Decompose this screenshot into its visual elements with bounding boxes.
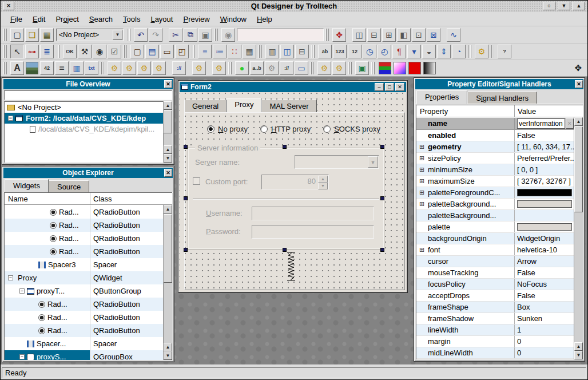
add-spacer-icon[interactable]: ∿	[447, 28, 460, 42]
column-class[interactable]: Class	[90, 195, 172, 203]
selection-handle[interactable]	[380, 196, 384, 200]
spin-box-icon[interactable]: 123	[333, 45, 347, 58]
menu-project[interactable]: Project	[50, 14, 84, 25]
scroll-up-icon[interactable]: ▲	[164, 343, 172, 351]
toolbar-handle[interactable]	[214, 29, 219, 41]
color-red-icon[interactable]	[408, 62, 421, 74]
server-information-groupbox[interactable]: Server information Server name: ▼ Custom…	[188, 148, 384, 250]
redo-icon[interactable]: ↷	[149, 28, 162, 42]
project-combobox[interactable]: <No Project> ▼	[56, 29, 124, 41]
cut-icon[interactable]: ✂	[169, 28, 182, 42]
scroll-bar-icon[interactable]: ⇕	[437, 45, 451, 58]
group-box-icon[interactable]: ▢	[130, 45, 144, 58]
property-row[interactable]: ⊞ paletteForegroundC...	[416, 187, 574, 199]
scrollbar-thumb[interactable]	[574, 126, 583, 212]
close-icon[interactable]: ✕	[164, 80, 172, 88]
text-edit-icon[interactable]: ¶	[392, 45, 406, 58]
slider-icon[interactable]: ◒	[422, 45, 436, 58]
date-time-edit-icon[interactable]: ◴	[378, 45, 391, 58]
column-name[interactable]: Name	[5, 193, 90, 204]
property-row[interactable]: margin 0	[416, 336, 574, 347]
radio-button-icon[interactable]: ◉	[93, 45, 106, 58]
tab-widget-icon[interactable]: ◰	[175, 45, 189, 58]
table-row[interactable]: − Proxy QWidget	[5, 271, 163, 284]
tree-expander-icon[interactable]: −	[8, 275, 13, 280]
menu-preview[interactable]: Preview	[178, 14, 214, 25]
table-row[interactable]: Spacer3 Spacer	[5, 258, 163, 271]
menu-search[interactable]: Search	[84, 14, 118, 25]
connect-signals-icon[interactable]: ⊶	[25, 45, 39, 58]
scroll-up-icon[interactable]: ▲	[164, 205, 172, 213]
property-row[interactable]: enabled False	[416, 130, 574, 141]
property-row[interactable]: ⊞ sizePolicy Preferred/Prefer...	[416, 153, 574, 164]
file-overview-titlebar[interactable]: File Overview ✕	[3, 79, 173, 89]
text-label-icon[interactable]: A	[10, 61, 24, 75]
table-row[interactable]: Rad... QRadioButton	[5, 298, 163, 311]
vertical-spacer-spring[interactable]	[286, 251, 296, 287]
custom-widget-icon[interactable]: ⚙	[475, 45, 488, 58]
window-shade-button[interactable]: ○	[543, 2, 555, 10]
icon-view-icon[interactable]: ∷	[228, 45, 241, 58]
maximize-icon[interactable]: □	[385, 83, 394, 91]
open-folder-icon[interactable]: ❏	[25, 28, 39, 42]
custom-port-checkbox[interactable]	[193, 177, 200, 185]
scrollbar-thumb[interactable]	[164, 110, 172, 133]
color-gradient-icon[interactable]	[423, 62, 436, 74]
expand-icon[interactable]: ⊞	[419, 201, 426, 207]
undo-icon[interactable]: ↶	[134, 28, 148, 42]
scrollbar-thumb[interactable]	[164, 214, 172, 283]
table-row[interactable]: Rad... QRadioButton	[5, 205, 163, 219]
push-button-icon[interactable]: OK	[63, 45, 77, 58]
form-tab[interactable]: General	[184, 100, 227, 112]
kde-password-widget-icon[interactable]: ⚙	[137, 61, 151, 75]
property-row[interactable]: lineWidth 1	[416, 324, 574, 336]
reset-icon[interactable]: ✕	[566, 118, 574, 129]
property-editor-titlebar[interactable]: Property Editor/Signal Handlers ✕	[415, 79, 583, 89]
property-row[interactable]: paletteBackground...	[416, 210, 574, 221]
menu-edit[interactable]: Edit	[27, 14, 50, 25]
property-row[interactable]: focusPolicy NoFocus	[416, 279, 574, 290]
radio-no-proxy[interactable]: No proxy	[207, 125, 248, 133]
kde-window-widget-icon[interactable]: ⚙	[192, 61, 206, 75]
kde-date-widget-icon[interactable]: ⚙	[152, 61, 166, 75]
file-overview-scrollbar[interactable]: ▲ ▲ ▼	[163, 101, 172, 163]
selection-handle[interactable]	[380, 145, 384, 149]
widget-stack-icon[interactable]: ⊟	[295, 45, 309, 58]
move-resize-icon[interactable]: ✥	[574, 63, 582, 73]
layout-split-horizontal-icon[interactable]: ◧	[397, 28, 411, 42]
button-group-icon[interactable]: ▤	[145, 45, 159, 58]
property-row[interactable]: palette	[416, 221, 574, 233]
whats-this-icon[interactable]: ?	[498, 45, 511, 58]
tab-widgets[interactable]: Widgets	[5, 179, 49, 193]
progress-bar-icon[interactable]: ▥	[70, 61, 84, 75]
tree-expander-icon[interactable]: −	[19, 288, 25, 294]
table-header[interactable]: Name Class	[5, 193, 172, 205]
property-row[interactable]: frameShape Box	[416, 302, 574, 313]
expand-icon[interactable]: ⊞	[419, 247, 426, 253]
line-edit-icon[interactable]: ab	[318, 45, 332, 58]
window-maximize-button[interactable]: ▲	[573, 2, 585, 10]
selection-handle[interactable]	[184, 196, 188, 200]
kde-gear-widget-icon[interactable]: ⚙	[265, 61, 279, 75]
scroll-up-icon[interactable]: ▲	[164, 145, 172, 154]
password-field[interactable]	[252, 225, 374, 239]
kde-doc-gear-icon[interactable]: ⚙	[317, 61, 331, 75]
form2-titlebar[interactable]: Form2 – □ ✕	[180, 82, 406, 92]
window-titlebar[interactable]: ✕ Qt Designer by Trolltech ○ ▼ ▲	[1, 1, 587, 12]
color-swatch[interactable]	[517, 223, 572, 231]
selection-handle[interactable]	[184, 248, 188, 252]
kde-led-icon[interactable]: ●	[235, 61, 249, 75]
copy-icon[interactable]: ⧉	[184, 28, 197, 42]
selection-handle[interactable]	[184, 145, 188, 149]
paste-icon[interactable]: ▣	[198, 28, 212, 42]
menu-file[interactable]: File	[5, 14, 27, 25]
kde-monitor-icon[interactable]: ▣	[355, 61, 369, 75]
expand-icon[interactable]: ⊞	[419, 155, 426, 161]
table-row[interactable]: Rad... QRadioButton	[5, 245, 163, 258]
property-row[interactable]: cursor Arrow	[416, 256, 574, 267]
check-box-icon[interactable]: ☑	[108, 45, 121, 58]
color-swatch[interactable]	[517, 200, 572, 208]
menu-layout[interactable]: Layout	[145, 14, 178, 25]
scroll-up-icon[interactable]: ▲	[574, 342, 583, 351]
radio-http-proxy[interactable]: HTTP proxy	[260, 125, 311, 133]
